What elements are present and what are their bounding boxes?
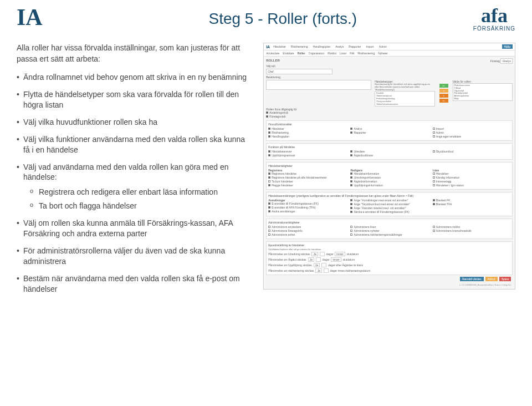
checkbox[interactable] [268, 230, 270, 232]
topnav-tab[interactable]: Analys [334, 44, 345, 49]
subnav-tab[interactable]: Nyheter [378, 52, 388, 55]
checkbox[interactable] [268, 210, 270, 212]
topnav-tab[interactable]: Handlingsplan [311, 44, 332, 49]
checkbox[interactable] [433, 172, 435, 175]
sub-bullet-item: Registrera och redigera eller enbart läs… [23, 187, 252, 197]
checkbox-label: Händelseinformation [354, 172, 379, 175]
epost-input[interactable] [320, 252, 325, 256]
checkbox[interactable] [350, 180, 352, 182]
checkbox[interactable] [268, 150, 270, 153]
subnav-tab[interactable]: Risklist [328, 52, 336, 55]
subnav-tab-selected[interactable]: Roller [298, 52, 305, 55]
checkbox[interactable] [268, 172, 270, 175]
epost-select[interactable]: innan [331, 257, 341, 262]
epost-select[interactable]: Ja [311, 252, 318, 256]
checkbox[interactable] [266, 111, 268, 114]
checkbox[interactable] [350, 226, 352, 228]
subnav-tab[interactable]: Ersättare [283, 52, 294, 55]
checkbox[interactable] [268, 154, 270, 156]
topnav-tab[interactable]: Import [365, 44, 376, 49]
checkbox[interactable] [266, 115, 268, 118]
checkbox-label: Blankett TFA [436, 202, 452, 206]
checkbox[interactable] [268, 128, 270, 130]
move-all-right-button[interactable]: >> [439, 84, 448, 88]
checkbox[interactable] [433, 199, 435, 201]
epost-input[interactable] [321, 263, 326, 267]
checkbox[interactable] [433, 176, 435, 179]
subnav-tab[interactable]: Riskhantering [358, 52, 375, 55]
checkbox[interactable] [433, 131, 435, 134]
checkbox-label: Händelseansvar [272, 150, 291, 153]
section-title: Händelseanmälningar (ytterligare konfigu… [268, 194, 510, 197]
epost-select[interactable]: Ja [314, 263, 320, 267]
section-desc: Vid tilldelad funktion eller roll på enh… [268, 248, 510, 251]
checkbox[interactable] [433, 203, 435, 205]
checkbox[interactable] [268, 176, 270, 179]
topnav-tab[interactable]: Händelser [272, 44, 288, 49]
checkbox[interactable] [350, 154, 352, 156]
topnav-tab[interactable]: Admin [377, 44, 388, 49]
checkbox-label: Utredare [354, 150, 364, 153]
section-anmalningar: Händelseanmälningar (ytterligare konfigu… [266, 192, 513, 216]
checkbox[interactable] [350, 176, 352, 179]
epost-select[interactable]: innan [335, 252, 345, 256]
move-left-button[interactable]: < [439, 94, 448, 98]
checkbox[interactable] [268, 226, 270, 228]
topnav-tab[interactable]: Riskhantering [289, 44, 310, 49]
subnav-tab[interactable]: Fält [350, 52, 354, 55]
checkbox[interactable] [350, 230, 352, 232]
move-all-left-button[interactable]: << [439, 99, 448, 103]
checkbox[interactable] [433, 128, 435, 130]
checkbox[interactable] [433, 135, 435, 138]
checkbox-label: Blankett FK [436, 199, 451, 202]
checkbox[interactable] [350, 128, 352, 130]
checkbox[interactable] [433, 184, 435, 186]
checkbox[interactable] [268, 135, 270, 138]
epost-select[interactable]: Ja [315, 268, 321, 273]
checkbox[interactable] [268, 202, 270, 205]
save-button[interactable]: Spara [499, 277, 511, 281]
ht-right-list[interactable]: RiskobservationTillbudOlycksfallFärdolyc… [453, 83, 513, 101]
checkbox[interactable] [433, 230, 435, 232]
desc-textarea[interactable] [266, 80, 371, 90]
checkbox[interactable] [350, 211, 352, 213]
company-select[interactable]: Gladys [500, 58, 513, 64]
checkbox-label: Uppföljningsansvar [272, 154, 295, 157]
checkbox[interactable] [350, 184, 352, 186]
checkbox[interactable] [350, 172, 352, 175]
subnav-tab[interactable]: Organisation [309, 52, 324, 55]
checkbox[interactable] [350, 131, 352, 134]
checkbox[interactable] [350, 150, 352, 153]
checkbox[interactable] [268, 184, 270, 186]
ht-left-list[interactable]: KvalitetSäkerhetstjänstFörbättringsförsl… [375, 91, 434, 106]
epost-select[interactable]: Ja [308, 257, 314, 262]
help-button[interactable]: Hjälp [502, 44, 513, 49]
subnav-tab[interactable]: Listor [340, 52, 346, 55]
checkbox[interactable] [268, 206, 270, 209]
checkbox-label: Registrera händelse på alla händelseenhe… [272, 176, 327, 179]
bottom-buttons: Återställ värden Avbryt Spara [266, 275, 513, 283]
checkbox[interactable] [350, 199, 352, 201]
checkbox[interactable] [350, 234, 352, 236]
checkbox-label: Skyddsombud [436, 150, 454, 153]
subnav-tab[interactable]: Användare [266, 52, 279, 55]
epost-input[interactable] [324, 268, 329, 273]
bullet-item: Välj vad användarna med den valda rollen… [17, 162, 252, 212]
checkbox[interactable] [350, 203, 352, 205]
unit-label: dagar efter Åtgärder är klara [328, 263, 363, 267]
checkbox[interactable] [350, 207, 352, 209]
checkbox-label: Administrera användare [272, 225, 301, 229]
checkbox[interactable] [433, 180, 435, 182]
cancel-button[interactable]: Avbryt [485, 277, 498, 281]
checkbox[interactable] [268, 131, 270, 134]
restore-button[interactable]: Återställ värden [460, 277, 484, 281]
move-right-button[interactable]: > [439, 89, 448, 93]
epost-input[interactable] [316, 257, 321, 262]
checkbox-label: Administrera risklist [436, 225, 460, 229]
role-select[interactable]: Chef [266, 69, 332, 74]
checkbox[interactable] [268, 234, 270, 236]
checkbox[interactable] [433, 226, 435, 228]
checkbox[interactable] [433, 150, 435, 153]
topnav-tab[interactable]: Rapporter [347, 44, 362, 49]
checkbox[interactable] [268, 180, 270, 182]
